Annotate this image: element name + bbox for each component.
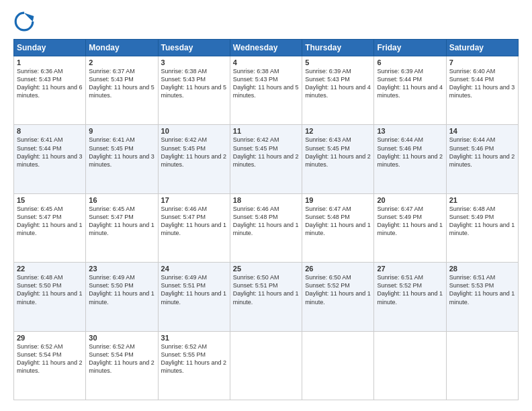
day-number: 29 bbox=[17, 334, 83, 342]
logo-icon bbox=[13, 11, 35, 32]
calendar-cell: 2 Sunrise: 6:37 AM Sunset: 5:43 PM Dayli… bbox=[86, 56, 158, 125]
calendar-week-row: 8 Sunrise: 6:41 AM Sunset: 5:44 PM Dayli… bbox=[14, 125, 519, 193]
calendar-cell: 16 Sunrise: 6:45 AM Sunset: 5:47 PM Dayl… bbox=[86, 193, 158, 262]
day-info: Sunrise: 6:42 AM Sunset: 5:45 PM Dayligh… bbox=[161, 136, 227, 169]
day-number: 15 bbox=[17, 196, 83, 204]
calendar-cell: 25 Sunrise: 6:50 AM Sunset: 5:51 PM Dayl… bbox=[230, 263, 302, 331]
calendar-cell: 14 Sunrise: 6:44 AM Sunset: 5:46 PM Dayl… bbox=[446, 125, 518, 193]
calendar-cell: 19 Sunrise: 6:47 AM Sunset: 5:48 PM Dayl… bbox=[302, 193, 374, 262]
day-number: 14 bbox=[449, 127, 515, 135]
calendar-cell: 26 Sunrise: 6:50 AM Sunset: 5:52 PM Dayl… bbox=[302, 263, 374, 331]
calendar-day-header: Wednesday bbox=[230, 40, 302, 56]
calendar-cell: 21 Sunrise: 6:48 AM Sunset: 5:49 PM Dayl… bbox=[446, 193, 518, 262]
calendar-cell: 1 Sunrise: 6:36 AM Sunset: 5:43 PM Dayli… bbox=[14, 56, 86, 125]
calendar-day-header: Sunday bbox=[14, 40, 86, 56]
calendar-day-header: Friday bbox=[374, 40, 446, 56]
day-number: 2 bbox=[89, 58, 154, 66]
day-number: 31 bbox=[161, 334, 227, 342]
day-info: Sunrise: 6:49 AM Sunset: 5:50 PM Dayligh… bbox=[89, 273, 154, 306]
calendar-cell: 8 Sunrise: 6:41 AM Sunset: 5:44 PM Dayli… bbox=[14, 125, 86, 193]
calendar-cell: 22 Sunrise: 6:48 AM Sunset: 5:50 PM Dayl… bbox=[14, 263, 86, 331]
calendar-day-header: Tuesday bbox=[158, 40, 230, 56]
day-number: 24 bbox=[161, 265, 227, 273]
calendar-cell: 18 Sunrise: 6:46 AM Sunset: 5:48 PM Dayl… bbox=[230, 193, 302, 262]
calendar-cell: 10 Sunrise: 6:42 AM Sunset: 5:45 PM Dayl… bbox=[158, 125, 230, 193]
calendar-cell: 17 Sunrise: 6:46 AM Sunset: 5:47 PM Dayl… bbox=[158, 193, 230, 262]
day-info: Sunrise: 6:43 AM Sunset: 5:45 PM Dayligh… bbox=[305, 136, 371, 169]
calendar-cell: 30 Sunrise: 6:52 AM Sunset: 5:54 PM Dayl… bbox=[86, 331, 158, 400]
day-number: 11 bbox=[233, 127, 299, 135]
day-number: 10 bbox=[161, 127, 227, 135]
calendar-cell: 5 Sunrise: 6:39 AM Sunset: 5:43 PM Dayli… bbox=[302, 56, 374, 125]
day-number: 30 bbox=[89, 334, 154, 342]
day-number: 13 bbox=[377, 127, 443, 135]
calendar-cell: 23 Sunrise: 6:49 AM Sunset: 5:50 PM Dayl… bbox=[86, 263, 158, 331]
day-info: Sunrise: 6:52 AM Sunset: 5:55 PM Dayligh… bbox=[161, 342, 227, 375]
calendar-cell: 15 Sunrise: 6:45 AM Sunset: 5:47 PM Dayl… bbox=[14, 193, 86, 262]
day-number: 9 bbox=[89, 127, 154, 135]
day-number: 23 bbox=[89, 265, 154, 273]
day-info: Sunrise: 6:46 AM Sunset: 5:48 PM Dayligh… bbox=[233, 205, 299, 238]
calendar-week-row: 15 Sunrise: 6:45 AM Sunset: 5:47 PM Dayl… bbox=[14, 193, 519, 262]
calendar-week-row: 1 Sunrise: 6:36 AM Sunset: 5:43 PM Dayli… bbox=[14, 56, 519, 125]
day-number: 1 bbox=[17, 58, 83, 66]
day-info: Sunrise: 6:39 AM Sunset: 5:44 PM Dayligh… bbox=[377, 67, 443, 100]
day-info: Sunrise: 6:47 AM Sunset: 5:48 PM Dayligh… bbox=[305, 205, 371, 238]
day-number: 16 bbox=[89, 196, 154, 204]
calendar-cell: 13 Sunrise: 6:44 AM Sunset: 5:46 PM Dayl… bbox=[374, 125, 446, 193]
day-info: Sunrise: 6:48 AM Sunset: 5:50 PM Dayligh… bbox=[17, 273, 83, 306]
calendar-cell: 28 Sunrise: 6:51 AM Sunset: 5:53 PM Dayl… bbox=[446, 263, 518, 331]
day-info: Sunrise: 6:44 AM Sunset: 5:46 PM Dayligh… bbox=[377, 136, 443, 169]
day-number: 28 bbox=[449, 265, 515, 273]
day-number: 5 bbox=[305, 58, 371, 66]
day-number: 8 bbox=[17, 127, 83, 135]
day-info: Sunrise: 6:50 AM Sunset: 5:51 PM Dayligh… bbox=[233, 273, 299, 306]
calendar-cell: 27 Sunrise: 6:51 AM Sunset: 5:52 PM Dayl… bbox=[374, 263, 446, 331]
day-number: 18 bbox=[233, 196, 299, 204]
logo bbox=[13, 11, 38, 32]
day-info: Sunrise: 6:48 AM Sunset: 5:49 PM Dayligh… bbox=[449, 205, 515, 238]
day-number: 21 bbox=[449, 196, 515, 204]
day-info: Sunrise: 6:45 AM Sunset: 5:47 PM Dayligh… bbox=[17, 205, 83, 238]
calendar-cell: 24 Sunrise: 6:49 AM Sunset: 5:51 PM Dayl… bbox=[158, 263, 230, 331]
day-number: 12 bbox=[305, 127, 371, 135]
calendar-cell: 7 Sunrise: 6:40 AM Sunset: 5:44 PM Dayli… bbox=[446, 56, 518, 125]
day-number: 27 bbox=[377, 265, 443, 273]
calendar-day-header: Saturday bbox=[446, 40, 518, 56]
day-info: Sunrise: 6:41 AM Sunset: 5:45 PM Dayligh… bbox=[89, 136, 154, 169]
calendar-cell: 31 Sunrise: 6:52 AM Sunset: 5:55 PM Dayl… bbox=[158, 331, 230, 400]
day-number: 22 bbox=[17, 265, 83, 273]
day-info: Sunrise: 6:38 AM Sunset: 5:43 PM Dayligh… bbox=[161, 67, 227, 100]
day-info: Sunrise: 6:47 AM Sunset: 5:49 PM Dayligh… bbox=[377, 205, 443, 238]
day-number: 20 bbox=[377, 196, 443, 204]
day-number: 3 bbox=[161, 58, 227, 66]
calendar-day-header: Thursday bbox=[302, 40, 374, 56]
calendar-cell: 20 Sunrise: 6:47 AM Sunset: 5:49 PM Dayl… bbox=[374, 193, 446, 262]
day-number: 17 bbox=[161, 196, 227, 204]
day-number: 6 bbox=[377, 58, 443, 66]
calendar-cell: 6 Sunrise: 6:39 AM Sunset: 5:44 PM Dayli… bbox=[374, 56, 446, 125]
day-info: Sunrise: 6:51 AM Sunset: 5:52 PM Dayligh… bbox=[377, 273, 443, 306]
calendar-cell bbox=[302, 331, 374, 400]
calendar-cell: 9 Sunrise: 6:41 AM Sunset: 5:45 PM Dayli… bbox=[86, 125, 158, 193]
calendar-cell: 3 Sunrise: 6:38 AM Sunset: 5:43 PM Dayli… bbox=[158, 56, 230, 125]
day-info: Sunrise: 6:44 AM Sunset: 5:46 PM Dayligh… bbox=[449, 136, 515, 169]
calendar-cell bbox=[446, 331, 518, 400]
day-info: Sunrise: 6:50 AM Sunset: 5:52 PM Dayligh… bbox=[305, 273, 371, 306]
calendar-cell bbox=[230, 331, 302, 400]
day-info: Sunrise: 6:42 AM Sunset: 5:45 PM Dayligh… bbox=[233, 136, 299, 169]
day-info: Sunrise: 6:46 AM Sunset: 5:47 PM Dayligh… bbox=[161, 205, 227, 238]
day-info: Sunrise: 6:39 AM Sunset: 5:43 PM Dayligh… bbox=[305, 67, 371, 100]
calendar-day-header: Monday bbox=[86, 40, 158, 56]
day-info: Sunrise: 6:52 AM Sunset: 5:54 PM Dayligh… bbox=[89, 342, 154, 375]
calendar-cell: 11 Sunrise: 6:42 AM Sunset: 5:45 PM Dayl… bbox=[230, 125, 302, 193]
day-number: 19 bbox=[305, 196, 371, 204]
day-info: Sunrise: 6:38 AM Sunset: 5:43 PM Dayligh… bbox=[233, 67, 299, 100]
day-number: 4 bbox=[233, 58, 299, 66]
calendar-table: SundayMondayTuesdayWednesdayThursdayFrid… bbox=[13, 39, 519, 400]
calendar-header-row: SundayMondayTuesdayWednesdayThursdayFrid… bbox=[14, 40, 519, 56]
day-info: Sunrise: 6:41 AM Sunset: 5:44 PM Dayligh… bbox=[17, 136, 83, 169]
day-number: 25 bbox=[233, 265, 299, 273]
calendar-cell: 29 Sunrise: 6:52 AM Sunset: 5:54 PM Dayl… bbox=[14, 331, 86, 400]
header bbox=[13, 11, 519, 32]
